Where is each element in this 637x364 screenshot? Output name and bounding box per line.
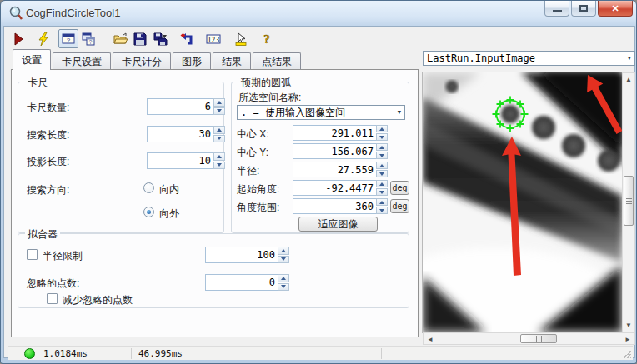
maximize-icon <box>579 5 588 12</box>
center-y-label: 中心 Y: <box>237 146 268 160</box>
angle-span-value[interactable]: 360 <box>293 198 376 214</box>
arrow-up-icon <box>281 277 286 280</box>
spin-up-button[interactable] <box>213 98 225 107</box>
arrow-down-icon <box>379 136 384 139</box>
center-y-value[interactable]: 156.067 <box>293 143 376 159</box>
tab-graphics[interactable]: 图形 <box>173 52 211 70</box>
reset-button[interactable] <box>177 29 197 48</box>
reduce-ignored-checkbox[interactable] <box>47 293 58 304</box>
spin-down-button[interactable] <box>376 133 388 141</box>
spin-up-button[interactable] <box>376 180 388 187</box>
spin-up-button[interactable] <box>213 152 225 161</box>
radius-spinner[interactable]: 27.559 <box>293 162 388 177</box>
start-angle-deg-button[interactable]: deg <box>390 181 409 195</box>
radio-outward[interactable] <box>143 207 154 217</box>
start-angle-value[interactable]: -92.4477 <box>293 180 376 196</box>
spin-up-button[interactable] <box>376 198 388 206</box>
vertical-scroll-thumb[interactable] <box>624 176 634 226</box>
caliper-count-spinner[interactable]: 6 <box>147 98 225 115</box>
spin-up-button[interactable] <box>376 143 388 151</box>
magnifier-app-icon <box>8 6 23 21</box>
arrow-down-icon <box>379 209 384 212</box>
spin-up-button[interactable] <box>376 162 388 169</box>
search-direction-label: 搜索方向: <box>27 183 69 197</box>
pointer-tool-button[interactable] <box>230 29 250 48</box>
spin-down-button[interactable] <box>278 256 289 264</box>
projection-length-value[interactable]: 10 <box>147 152 213 169</box>
caliper-group-title: 卡尺 <box>25 76 50 90</box>
start-angle-spinner[interactable]: -92.4477 <box>293 180 388 196</box>
horizontal-scroll-thumb[interactable] <box>520 334 557 343</box>
spin-down-button[interactable] <box>278 283 289 292</box>
hole-circle <box>562 134 585 157</box>
center-x-spinner[interactable]: 291.011 <box>293 125 388 141</box>
spin-up-button[interactable] <box>278 247 289 255</box>
search-length-spinner[interactable]: 30 <box>147 126 225 142</box>
caliper-count-value[interactable]: 6 <box>147 98 213 115</box>
save-button[interactable] <box>130 29 150 48</box>
show-values-button[interactable]: 123 <box>203 29 223 48</box>
spin-down-button[interactable] <box>213 162 225 170</box>
show-display-button[interactable]: ? <box>58 29 78 48</box>
electric-run-button[interactable] <box>33 29 53 48</box>
radio-inward[interactable] <box>143 182 154 193</box>
input-image-display[interactable] <box>423 72 622 332</box>
spin-down-button[interactable] <box>376 188 388 196</box>
angle-span-spinner[interactable]: 360 <box>293 198 388 214</box>
help-button[interactable]: ? <box>257 29 277 48</box>
show-display-icon: ? <box>62 32 75 46</box>
spin-down-button[interactable] <box>376 207 388 214</box>
scroll-down-icon[interactable]: ▼ <box>623 322 634 329</box>
image-horizontal-scrollbar[interactable]: ◄ ► <box>423 332 635 345</box>
tab-caliper-scoring[interactable]: 卡尺计分 <box>113 52 171 70</box>
close-button[interactable]: ✕ <box>598 1 633 17</box>
radio-inward-label[interactable]: 向内 <box>159 182 179 197</box>
float-display-button[interactable]: ? <box>78 29 98 48</box>
caliper-group: 卡尺 卡尺数量: 6 搜索长度: 30 投影长度: 10 搜索方向: <box>18 82 224 233</box>
ignored-points-value[interactable]: 0 <box>205 274 278 291</box>
center-y-spinner[interactable]: 156.067 <box>293 143 388 159</box>
tab-settings[interactable]: 设置 <box>13 49 51 70</box>
fit-image-button[interactable]: 适应图像 <box>298 217 378 232</box>
spin-down-button[interactable] <box>376 170 388 177</box>
radius-limit-checkbox[interactable] <box>27 249 38 260</box>
tab-point-results[interactable]: 点结果 <box>253 52 301 70</box>
save-image-button[interactable] <box>150 29 170 48</box>
spin-down-button[interactable] <box>213 135 225 143</box>
resize-grip[interactable] <box>623 350 631 358</box>
tab-results[interactable]: 结果 <box>213 52 251 70</box>
angle-span-deg-button[interactable]: deg <box>390 199 409 213</box>
close-icon: ✕ <box>611 3 619 14</box>
minimize-button[interactable] <box>544 1 569 17</box>
ignored-points-spinner[interactable]: 0 <box>205 274 289 291</box>
radio-outward-label[interactable]: 向外 <box>159 207 179 221</box>
spin-down-button[interactable] <box>376 152 388 159</box>
radius-value[interactable]: 27.559 <box>293 162 376 177</box>
spin-up-button[interactable] <box>278 274 289 282</box>
arrow-up-icon <box>281 249 286 252</box>
run-button[interactable] <box>8 29 28 48</box>
radius-limit-spinner[interactable]: 100 <box>205 247 289 263</box>
image-vertical-scrollbar[interactable]: ▲ ▼ <box>622 72 635 332</box>
space-name-combobox[interactable]: . = 使用输入图像空间 ▼ <box>237 105 405 120</box>
spin-up-button[interactable] <box>213 126 225 134</box>
scroll-up-icon[interactable]: ▲ <box>623 76 634 83</box>
status-time-1: 1.0184ms <box>43 348 131 359</box>
projection-length-spinner[interactable]: 10 <box>147 152 225 169</box>
spin-down-button[interactable] <box>213 107 225 116</box>
hole-circle <box>598 150 619 172</box>
tab-caliper-settings[interactable]: 卡尺设置 <box>53 52 111 70</box>
scroll-right-icon[interactable]: ► <box>622 336 634 343</box>
center-x-value[interactable]: 291.011 <box>293 125 376 141</box>
divider <box>131 348 132 359</box>
search-length-value[interactable]: 30 <box>147 126 213 142</box>
open-button[interactable] <box>110 29 130 48</box>
search-length-label: 搜索长度: <box>27 128 69 142</box>
radius-limit-label[interactable]: 半径限制 <box>43 249 83 263</box>
scroll-left-icon[interactable]: ◄ <box>424 336 436 343</box>
maximize-button[interactable] <box>571 1 596 17</box>
reduce-ignored-label[interactable]: 减少忽略的点数 <box>63 293 133 307</box>
radius-limit-value[interactable]: 100 <box>205 247 278 263</box>
image-source-combobox[interactable]: LastRun.InputImage ▼ <box>423 51 635 66</box>
spin-up-button[interactable] <box>376 125 388 132</box>
